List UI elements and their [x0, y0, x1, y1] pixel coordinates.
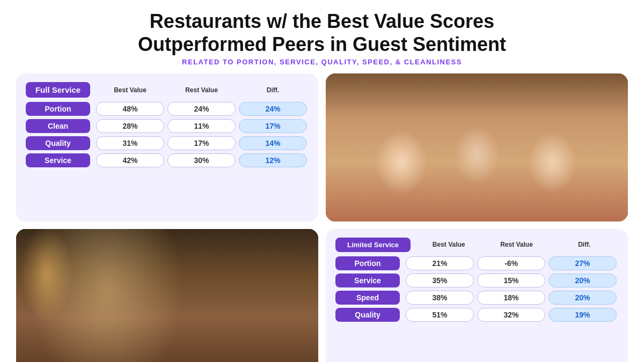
limited-row-1-diff: 20%	[548, 274, 617, 287]
col-diff-label-full: Diff.	[237, 86, 309, 94]
svg-point-50	[180, 249, 198, 258]
limited-service-row-2: Speed 38% 18% 20%	[335, 291, 618, 305]
svg-rect-55	[186, 333, 191, 355]
svg-point-6	[364, 123, 425, 221]
svg-rect-42	[33, 242, 71, 270]
limited-row-1-label: Service	[335, 274, 400, 287]
full-service-badge: Full Service	[26, 82, 90, 98]
limited-service-header: Limited Service Best Value Rest Value Di…	[335, 238, 618, 252]
full-row-1-label: Clean	[26, 119, 90, 133]
svg-rect-45	[82, 272, 120, 302]
svg-point-28	[540, 112, 557, 139]
col-best-label-full: Best Value	[94, 86, 166, 94]
svg-rect-65	[282, 272, 290, 344]
svg-point-15	[447, 128, 507, 221]
limited-service-row-3: Quality 51% 32% 19%	[335, 308, 618, 322]
svg-point-66	[267, 245, 305, 294]
full-service-row-2: Quality 31% 17% 14%	[26, 136, 309, 150]
svg-rect-56	[211, 284, 230, 328]
full-row-1-diff: 17%	[239, 119, 307, 133]
full-row-2-rest: 17%	[167, 136, 236, 150]
svg-point-29	[562, 112, 578, 136]
svg-rect-39	[16, 229, 318, 362]
full-service-row-0: Portion 48% 24% 24%	[26, 102, 309, 116]
svg-rect-54	[109, 333, 114, 355]
svg-point-33	[567, 139, 605, 216]
full-service-row-3: Service 42% 30% 12%	[26, 153, 309, 167]
full-row-1-best: 28%	[96, 119, 164, 133]
full-row-0-rest: 24%	[167, 102, 236, 116]
limited-row-0-best: 21%	[406, 256, 474, 270]
limited-row-0-label: Portion	[335, 256, 400, 270]
limited-service-row-1: Service 35% 15% 20%	[335, 274, 618, 287]
svg-point-51	[182, 252, 195, 258]
svg-point-12	[395, 106, 411, 121]
svg-point-68	[284, 265, 308, 296]
svg-point-11	[378, 107, 395, 123]
svg-point-60	[111, 297, 130, 316]
friends-photo	[326, 73, 628, 221]
svg-rect-23	[463, 158, 475, 175]
limited-row-0-rest: -6%	[477, 256, 545, 270]
full-row-3-rest: 30%	[167, 153, 236, 167]
full-row-2-label: Quality	[26, 136, 90, 150]
svg-point-13	[387, 127, 391, 130]
svg-point-9	[369, 116, 389, 136]
full-service-row-1: Clean 28% 11% 17%	[26, 119, 309, 133]
svg-point-61	[109, 292, 131, 308]
limited-service-row-0: Portion 21% -6% 27%	[335, 256, 618, 270]
full-row-0-diff: 24%	[239, 102, 307, 116]
svg-point-63	[177, 299, 195, 318]
svg-rect-44	[82, 242, 120, 270]
svg-point-10	[402, 114, 420, 132]
svg-point-57	[208, 263, 232, 287]
svg-point-17	[456, 107, 498, 131]
limited-row-2-label: Speed	[335, 291, 400, 305]
col-diff-label-limited: Diff.	[551, 241, 618, 248]
svg-point-16	[457, 112, 496, 151]
svg-point-7	[374, 108, 416, 150]
limited-row-1-best: 35%	[406, 274, 474, 287]
svg-point-18	[470, 128, 473, 131]
svg-point-8	[372, 101, 418, 134]
svg-point-26	[539, 109, 579, 150]
restaurant-photo-visual	[16, 229, 318, 362]
full-row-3-best: 42%	[96, 153, 164, 167]
svg-point-52	[107, 326, 172, 350]
svg-rect-32	[545, 156, 553, 169]
full-row-2-best: 31%	[96, 136, 164, 150]
limited-row-1-rest: 15%	[477, 274, 545, 287]
svg-rect-53	[107, 327, 172, 333]
full-service-header: Full Service Best Value Rest Value Diff.	[26, 82, 309, 98]
svg-rect-43	[33, 272, 71, 302]
svg-rect-69	[16, 229, 318, 362]
svg-point-67	[260, 262, 288, 294]
limited-row-3-label: Quality	[335, 308, 400, 322]
svg-point-4	[587, 161, 628, 205]
limited-row-0-diff: 27%	[548, 256, 617, 270]
limited-row-3-best: 51%	[406, 308, 474, 322]
svg-point-14	[399, 127, 402, 130]
full-row-2-diff: 14%	[239, 136, 307, 150]
svg-point-47	[114, 254, 134, 264]
svg-rect-21	[478, 127, 487, 132]
svg-rect-38	[16, 229, 318, 362]
col-rest-label-limited: Rest Value	[482, 241, 550, 248]
svg-rect-24	[475, 162, 479, 171]
col-rest-label-full: Rest Value	[166, 86, 237, 94]
svg-rect-40	[30, 240, 74, 305]
col-best-label-limited: Best Value	[415, 241, 482, 248]
full-service-card: Full Service Best Value Rest Value Diff.…	[16, 73, 318, 221]
svg-point-30	[552, 127, 555, 130]
limited-row-3-rest: 32%	[477, 308, 545, 322]
svg-point-5	[348, 175, 386, 213]
svg-point-25	[529, 125, 589, 221]
svg-point-58	[207, 257, 233, 277]
svg-rect-59	[112, 314, 129, 341]
full-row-0-best: 48%	[96, 102, 164, 116]
limited-row-2-diff: 20%	[548, 291, 617, 305]
svg-point-36	[345, 136, 369, 160]
limited-row-2-rest: 18%	[477, 291, 545, 305]
svg-point-34	[573, 131, 600, 158]
svg-point-64	[175, 295, 196, 310]
